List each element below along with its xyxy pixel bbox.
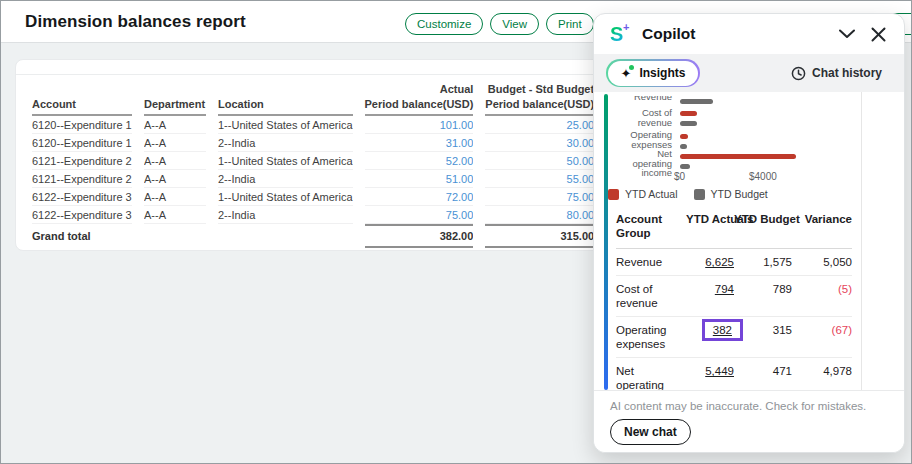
budget-value: 789	[734, 276, 792, 317]
budget-value-link[interactable]: 55.00	[485, 170, 594, 188]
budget-value-link[interactable]: 30.00	[485, 134, 594, 152]
close-panel-button[interactable]	[867, 23, 890, 46]
actuals-link[interactable]: 382	[713, 324, 732, 336]
group-label: Revenue	[616, 249, 686, 276]
table-row: 6121--Expenditure 2 A--A 2--India 51.00 …	[32, 170, 676, 188]
account-group-summary-table: Account Group YTD Actuals YTD Budget Var…	[616, 208, 852, 392]
budget-bar	[680, 121, 697, 126]
actual-value-link[interactable]: 75.00	[365, 206, 474, 224]
table-row: 6120--Expenditure 1 A--A 2--India 31.00 …	[32, 134, 676, 152]
summary-header-row: Account Group YTD Actuals YTD Budget Var…	[616, 208, 852, 249]
close-icon	[871, 27, 886, 42]
history-clock-icon	[791, 66, 806, 81]
budget-bar	[680, 99, 713, 104]
variance-value: (67)	[792, 317, 852, 358]
budget-value-link[interactable]: 25.00	[485, 116, 594, 134]
dimension-balances-table: Actual Budget - Std Budget Dif Account D…	[20, 80, 688, 248]
department-cell: A--A	[144, 134, 206, 152]
group-label: Net operating income	[616, 358, 686, 393]
sparkle-icon: ✦	[621, 67, 632, 80]
account-cell: 6122--Expenditure 3	[32, 206, 132, 224]
actual-group-header: Actual	[365, 80, 474, 96]
copilot-panel: S+ Copilot ✦ Insights	[593, 13, 905, 453]
insights-button[interactable]: ✦ Insights	[606, 59, 700, 87]
actuals-link[interactable]: 5,449	[705, 365, 734, 377]
chart-legend: YTD Actual YTD Budget	[608, 188, 768, 200]
location-cell: 2--India	[218, 170, 353, 188]
budget-bar	[680, 164, 690, 169]
location-cell: 2--India	[218, 206, 353, 224]
table-row: 6120--Expenditure 1 A--A 1--United State…	[32, 116, 676, 134]
location-column-header: Location	[218, 96, 353, 116]
print-button[interactable]: Print	[546, 13, 594, 35]
department-cell: A--A	[144, 152, 206, 170]
table-row: 6121--Expenditure 2 A--A 1--United State…	[32, 152, 676, 170]
chart-category-label: Revenue	[612, 96, 672, 102]
account-cell: 6120--Expenditure 1	[32, 116, 132, 134]
column-header-row: Account Department Location Period balan…	[32, 96, 676, 116]
actual-bar	[680, 134, 688, 139]
ytd-actuals-header: YTD Actuals	[686, 208, 734, 249]
budget-bar	[680, 144, 687, 149]
summary-row: Cost of revenue 794 789 (5)	[616, 276, 852, 317]
actuals-link[interactable]: 794	[715, 283, 734, 295]
budget-value-link[interactable]: 80.00	[485, 206, 594, 224]
budget-value-link[interactable]: 50.00	[485, 152, 594, 170]
ytd-budget-header: YTD Budget	[734, 208, 792, 249]
legend-swatch-budget	[694, 189, 705, 200]
app-window: Dimension balances report Customize View…	[0, 0, 912, 464]
actuals-link[interactable]: 6,625	[705, 256, 734, 268]
actual-bar	[680, 111, 697, 116]
legend-item: YTD Budget	[694, 188, 768, 200]
legend-item: YTD Actual	[608, 188, 678, 200]
budget-value-link[interactable]: 75.00	[485, 188, 594, 206]
chevron-down-icon	[839, 29, 855, 39]
x-axis-tick: $4000	[749, 171, 777, 182]
account-cell: 6120--Expenditure 1	[32, 134, 132, 152]
legend-swatch-actual	[608, 189, 619, 200]
copilot-footer: AI content may be inaccurate. Check for …	[594, 390, 904, 452]
actual-value-link[interactable]: 51.00	[365, 170, 474, 188]
copilot-subheader: ✦ Insights Chat history	[594, 54, 904, 92]
new-chat-button[interactable]: New chat	[610, 419, 691, 445]
summary-row: Revenue 6,625 1,575 5,050	[616, 249, 852, 276]
copilot-header: S+ Copilot	[594, 14, 904, 54]
grand-total-budget: 315.00	[485, 224, 594, 248]
department-column-header: Department	[144, 96, 206, 116]
budget-value: 471	[734, 358, 792, 393]
budget-value: 1,575	[734, 249, 792, 276]
department-cell: A--A	[144, 116, 206, 134]
actual-value-link[interactable]: 52.00	[365, 152, 474, 170]
variance-value: 4,978	[792, 358, 852, 393]
chart-category-label: Operating expenses	[612, 130, 672, 149]
group-label: Operating expenses	[616, 317, 686, 358]
account-column-header: Account	[32, 96, 132, 116]
location-cell: 2--India	[218, 134, 353, 152]
account-cell: 6121--Expenditure 2	[32, 152, 132, 170]
actual-value-link[interactable]: 72.00	[365, 188, 474, 206]
variance-header: Variance	[792, 208, 852, 249]
account-cell: 6122--Expenditure 3	[32, 188, 132, 206]
actual-period-balance-header: Period balance(USD)	[365, 96, 474, 116]
insights-label: Insights	[639, 66, 685, 80]
insight-scroll-track[interactable]	[861, 92, 862, 392]
budget-group-header: Budget - Std Budget	[485, 80, 594, 96]
actual-value-link[interactable]: 101.00	[365, 116, 474, 134]
actual-value-link[interactable]: 31.00	[365, 134, 474, 152]
account-group-header: Account Group	[616, 208, 686, 249]
table-row: 6122--Expenditure 3 A--A 1--United State…	[32, 188, 676, 206]
collapse-panel-button[interactable]	[835, 25, 859, 43]
ai-disclaimer: AI content may be inaccurate. Check for …	[610, 400, 888, 412]
account-cell: 6121--Expenditure 2	[32, 170, 132, 188]
page-title: Dimension balances report	[25, 12, 246, 32]
location-cell: 1--United States of America	[218, 116, 353, 134]
grand-total-actual: 382.00	[365, 224, 474, 248]
chat-history-label: Chat history	[812, 66, 882, 80]
chat-history-button[interactable]: Chat history	[785, 65, 888, 82]
view-button[interactable]: View	[490, 13, 539, 35]
customize-button[interactable]: Customize	[405, 13, 483, 35]
copilot-title: Copilot	[642, 25, 827, 43]
sage-copilot-logo-icon: S+	[610, 23, 634, 46]
variance-value: (5)	[792, 276, 852, 317]
highlight-box: 382	[702, 319, 743, 341]
